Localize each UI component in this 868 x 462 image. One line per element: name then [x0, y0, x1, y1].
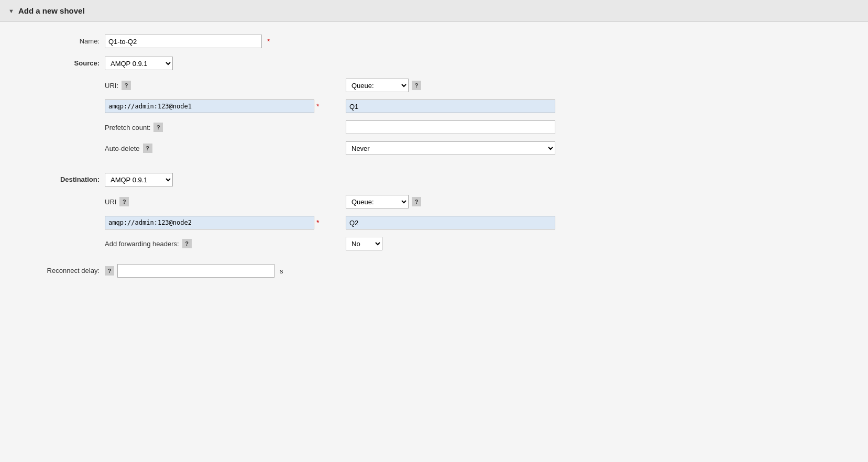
source-queue-type-select[interactable]: Queue: Exchange: — [346, 79, 409, 92]
auto-delete-help-button[interactable]: ? — [143, 144, 152, 153]
section-header: ▼ Add a new shovel — [0, 0, 868, 22]
forwarding-label: Add forwarding headers: — [105, 240, 179, 248]
source-uri-label: URI: — [105, 82, 118, 90]
form-body: Name: * Source: AMQP 0.9.1 AMQP 1.0 URI:… — [0, 22, 868, 299]
forwarding-row: Add forwarding headers: ? No Yes — [105, 237, 847, 250]
prefetch-label: Prefetch count: — [105, 124, 150, 131]
reconnect-label: Reconnect delay: — [21, 264, 105, 274]
auto-delete-right: Never After initial length transferred O… — [346, 141, 555, 155]
source-uri-help-button[interactable]: ? — [122, 81, 131, 90]
prefetch-input[interactable] — [346, 120, 555, 134]
forwarding-right: No Yes — [346, 237, 382, 250]
source-queue-input-right — [346, 100, 555, 113]
reconnect-input[interactable] — [117, 264, 274, 278]
dest-queue-input-right — [346, 216, 555, 229]
prefetch-help-button[interactable]: ? — [153, 123, 163, 132]
destination-row: Destination: AMQP 0.9.1 AMQP 1.0 — [21, 173, 847, 186]
auto-delete-select[interactable]: Never After initial length transferred O… — [346, 141, 555, 155]
dest-queue-help-button[interactable]: ? — [412, 197, 421, 206]
auto-delete-row: Auto-delete ? Never After initial length… — [105, 141, 847, 155]
source-controls: AMQP 0.9.1 AMQP 1.0 — [105, 57, 847, 70]
source-queue-type-right: Queue: Exchange: ? — [346, 79, 421, 92]
forwarding-help-button[interactable]: ? — [182, 239, 192, 248]
dest-uri-input-row: * — [105, 216, 847, 229]
prefetch-right — [346, 120, 555, 134]
prefetch-left: Prefetch count: ? — [105, 123, 346, 132]
name-input[interactable] — [105, 35, 262, 48]
page-title: Add a new shovel — [18, 6, 85, 15]
source-label: Source: — [21, 57, 105, 67]
forwarding-select[interactable]: No Yes — [346, 237, 382, 250]
source-queue-help-button[interactable]: ? — [412, 81, 421, 90]
prefetch-row: Prefetch count: ? — [105, 120, 847, 134]
dest-uri-input[interactable] — [105, 216, 314, 229]
source-uri-required: * — [316, 102, 319, 111]
dest-queue-input[interactable] — [346, 216, 555, 229]
reconnect-row: Reconnect delay: ? s — [21, 264, 847, 278]
destination-label: Destination: — [21, 173, 105, 183]
dest-uri-required: * — [316, 218, 319, 227]
source-uri-input-row: * — [105, 100, 847, 113]
chevron-down-icon: ▼ — [8, 8, 14, 14]
auto-delete-label: Auto-delete — [105, 145, 140, 152]
name-controls: * — [105, 35, 847, 48]
dest-uri-input-left: * — [105, 216, 346, 229]
reconnect-controls: ? s — [105, 264, 847, 278]
dest-queue-type-right: Queue: Exchange: ? — [346, 195, 421, 208]
name-required: * — [267, 37, 270, 46]
reconnect-help-button[interactable]: ? — [105, 266, 114, 276]
source-uri-left: URI: ? — [105, 81, 346, 90]
dest-uri-help-button[interactable]: ? — [119, 197, 129, 206]
dest-uri-queue-row: URI ? Queue: Exchange: ? — [105, 195, 847, 208]
dest-uri-label: URI — [105, 198, 116, 206]
name-row: Name: * — [21, 35, 847, 48]
auto-delete-left: Auto-delete ? — [105, 144, 346, 153]
dest-uri-left: URI ? — [105, 197, 346, 206]
source-uri-input-left: * — [105, 100, 346, 113]
source-queue-input[interactable] — [346, 100, 555, 113]
reconnect-unit: s — [280, 267, 283, 275]
source-uri-input[interactable] — [105, 100, 314, 113]
source-uri-queue-row: URI: ? Queue: Exchange: ? — [105, 79, 847, 92]
forwarding-left: Add forwarding headers: ? — [105, 239, 346, 248]
destination-controls: AMQP 0.9.1 AMQP 1.0 — [105, 173, 847, 186]
name-label: Name: — [21, 35, 105, 45]
page-container: ▼ Add a new shovel Name: * Source: AMQP … — [0, 0, 868, 462]
dest-queue-type-select[interactable]: Queue: Exchange: — [346, 195, 409, 208]
dest-protocol-select[interactable]: AMQP 0.9.1 AMQP 1.0 — [105, 173, 173, 186]
source-protocol-select[interactable]: AMQP 0.9.1 AMQP 1.0 — [105, 57, 173, 70]
source-row: Source: AMQP 0.9.1 AMQP 1.0 — [21, 57, 847, 70]
